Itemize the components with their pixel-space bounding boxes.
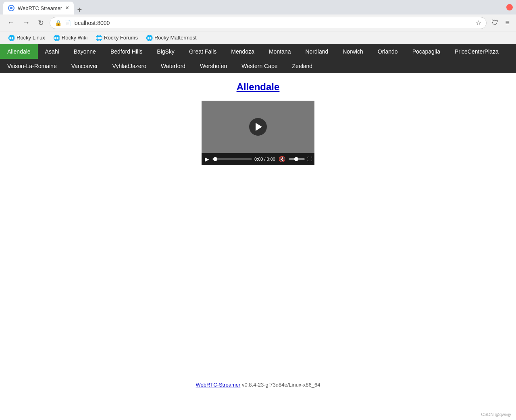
main-content: Allendale ▶ 0:00 / 0:00 🔇 ⛶: [0, 73, 516, 173]
mute-button[interactable]: 🔇: [278, 156, 286, 162]
window-close-button[interactable]: [506, 4, 513, 10]
nav-item-pocapaglia[interactable]: Pocapaglia: [405, 44, 447, 59]
progress-dot: [213, 157, 217, 161]
volume-bar[interactable]: [289, 158, 305, 160]
tab-close-button[interactable]: ×: [65, 4, 69, 12]
fullscreen-button[interactable]: ⛶: [307, 156, 312, 162]
nav-item-vyhladjazero[interactable]: VyhladJazero: [105, 59, 154, 73]
video-controls: ▶ 0:00 / 0:00 🔇 ⛶: [202, 153, 314, 165]
nav-item-waterford[interactable]: Waterford: [154, 59, 193, 73]
nav-item-bedford-hills[interactable]: Bedford Hills: [103, 44, 150, 59]
nav-item-allendale[interactable]: Allendale: [0, 44, 38, 59]
nav-item-nordland[interactable]: Nordland: [298, 44, 335, 59]
bookmark-rocky-mattermost[interactable]: 🌐 Rocky Mattermost: [143, 34, 200, 42]
bookmark-rocky-wiki[interactable]: 🌐 Rocky Wiki: [50, 34, 91, 42]
watermark: CSDN @qw&jy: [481, 412, 511, 417]
footer: WebRTC-Streamer v0.8.4-23-gf73d84e/Linux…: [0, 374, 516, 396]
forward-button[interactable]: →: [20, 18, 32, 28]
new-tab-button[interactable]: +: [74, 5, 85, 14]
progress-bar[interactable]: [212, 158, 252, 160]
nav-item-asahi[interactable]: Asahi: [38, 44, 67, 59]
chrome-icon: [8, 5, 15, 11]
nav-item-zeeland[interactable]: Zeeland: [285, 59, 320, 73]
play-pause-button[interactable]: ▶: [204, 156, 210, 162]
url-input[interactable]: [73, 20, 473, 26]
bookmark-label: Rocky Wiki: [62, 35, 87, 41]
rocky-wiki-icon: 🌐: [53, 35, 60, 41]
volume-dot: [294, 157, 298, 161]
bookmark-label: Rocky Linux: [17, 35, 45, 41]
bookmark-star-button[interactable]: ☆: [476, 19, 481, 27]
nav-item-orlando[interactable]: Orlando: [370, 44, 405, 59]
firefox-account-button[interactable]: 🛡: [490, 17, 500, 29]
nav-item-vancouver[interactable]: Vancouver: [64, 59, 105, 73]
stream-nav: AllendaleAsahiBayonneBedford HillsBigSky…: [0, 44, 516, 73]
nav-item-mendoza[interactable]: Mendoza: [224, 44, 262, 59]
bookmark-label: Rocky Mattermost: [154, 35, 197, 41]
reload-button[interactable]: ↻: [35, 18, 46, 28]
time-display: 0:00 / 0:00: [254, 157, 275, 161]
video-player: ▶ 0:00 / 0:00 🔇 ⛶: [202, 101, 314, 165]
video-area[interactable]: [202, 101, 314, 153]
nav-item-pricecenterplaza[interactable]: PriceCenterPlaza: [447, 44, 506, 59]
menu-button[interactable]: ≡: [504, 17, 511, 29]
svg-point-1: [10, 7, 12, 9]
bookmark-rocky-forums[interactable]: 🌐 Rocky Forums: [92, 34, 141, 42]
rocky-forums-icon: 🌐: [96, 35, 102, 41]
nav-item-montana[interactable]: Montana: [262, 44, 298, 59]
rocky-linux-icon: 🌐: [8, 35, 15, 41]
nav-item-norwich[interactable]: Norwich: [335, 44, 370, 59]
nav-item-great-falls[interactable]: Great Falls: [182, 44, 224, 59]
tab-title: WebRTC Streamer: [18, 5, 62, 11]
nav-item-western-cape[interactable]: Western Cape: [234, 59, 285, 73]
bookmark-rocky-linux[interactable]: 🌐 Rocky Linux: [5, 34, 48, 42]
nav-item-bigsky[interactable]: BigSky: [150, 44, 182, 59]
footer-version: v0.8.4-23-gf73d84e/Linux-x86_64: [242, 382, 320, 388]
nav-item-vaison-la-romaine[interactable]: Vaison-La-Romaine: [0, 59, 64, 73]
browser-tab[interactable]: WebRTC Streamer ×: [3, 2, 74, 14]
footer-link[interactable]: WebRTC-Streamer: [196, 382, 241, 388]
nav-item-wershofen[interactable]: Wershofen: [193, 59, 234, 73]
rocky-mattermost-icon: 🌐: [146, 35, 153, 41]
address-bar: 🔒 📄 ☆: [50, 17, 487, 29]
stream-title[interactable]: Allendale: [8, 81, 508, 93]
nav-item-bayonne[interactable]: Bayonne: [67, 44, 103, 59]
bookmark-label: Rocky Forums: [104, 35, 138, 41]
page-icon: 📄: [64, 20, 71, 26]
security-icon: 🔒: [55, 20, 62, 26]
play-button-large[interactable]: [249, 118, 267, 136]
back-button[interactable]: ←: [5, 18, 17, 28]
bookmarks-bar: 🌐 Rocky Linux 🌐 Rocky Wiki 🌐 Rocky Forum…: [0, 31, 516, 44]
